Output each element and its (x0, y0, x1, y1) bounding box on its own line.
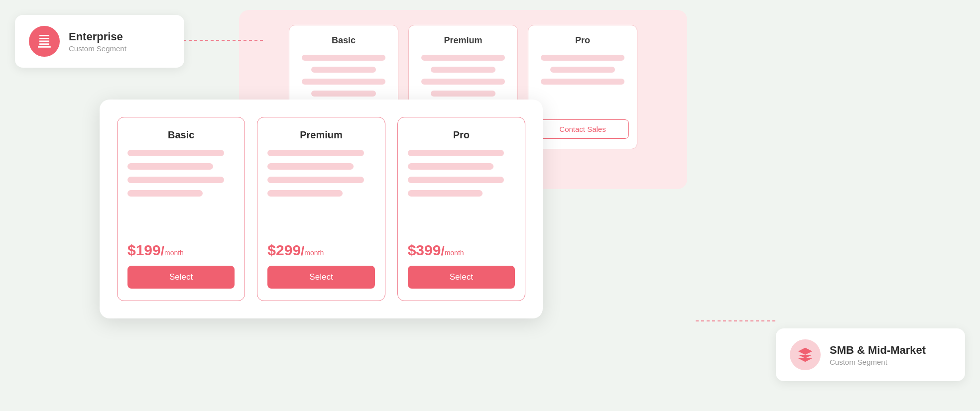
bg-basic-title: Basic (297, 35, 390, 46)
premium-price: $299/month (267, 242, 374, 259)
bg-pro-card: Pro Contact Sales (528, 25, 637, 149)
pro-line2 (408, 163, 493, 170)
basic-select-button[interactable]: Select (127, 266, 235, 289)
bg-basic-line2 (311, 67, 376, 73)
basic-plan-card: Basic $199/month Select (117, 117, 245, 301)
premium-line1 (267, 150, 364, 156)
enterprise-text: Enterprise Custom Segment (69, 30, 126, 53)
basic-slash: / (161, 243, 164, 258)
bg-pro-title: Pro (536, 35, 629, 46)
basic-price-section: $199/month (127, 239, 235, 259)
basic-line2 (127, 163, 213, 170)
premium-plan-card: Premium $299/month Select (257, 117, 385, 301)
bg-premium-line4 (431, 91, 495, 97)
basic-line3 (127, 177, 224, 183)
basic-price-num: $199 (127, 242, 161, 258)
smb-title: SMB & Mid-Market (830, 344, 926, 357)
premium-plan-title: Premium (267, 129, 374, 141)
bg-premium-line2 (431, 67, 495, 73)
premium-period: month (304, 249, 324, 257)
bg-pro-line3 (541, 79, 624, 85)
bg-premium-line1 (421, 55, 504, 61)
pro-plan-card: Pro $399/month Select (397, 117, 525, 301)
pro-price-section: $399/month (408, 239, 515, 259)
premium-line3 (267, 177, 364, 183)
premium-line4 (267, 190, 343, 197)
smb-icon (790, 339, 821, 370)
basic-plan-title: Basic (127, 129, 235, 141)
enterprise-title: Enterprise (69, 30, 126, 43)
basic-period: month (164, 249, 184, 257)
smb-text: SMB & Mid-Market Custom Segment (830, 344, 926, 366)
premium-price-section: $299/month (267, 239, 374, 259)
basic-price: $199/month (127, 242, 235, 259)
pro-plan-title: Pro (408, 129, 515, 141)
smb-subtitle: Custom Segment (830, 358, 926, 366)
building-icon (36, 33, 53, 50)
smb-card: SMB & Mid-Market Custom Segment (776, 328, 965, 381)
bg-premium-line3 (421, 79, 504, 85)
pro-line1 (408, 150, 504, 156)
pro-line3 (408, 177, 504, 183)
enterprise-icon (29, 26, 60, 57)
contact-sales-button[interactable]: Contact Sales (536, 119, 629, 139)
bg-basic-line4 (311, 91, 376, 97)
bg-premium-title: Premium (417, 35, 509, 46)
bg-basic-line3 (302, 79, 385, 85)
bg-pro-line1 (541, 55, 624, 61)
premium-line2 (267, 163, 353, 170)
smb-building-icon (797, 346, 814, 363)
bg-pro-line2 (550, 67, 615, 73)
basic-line4 (127, 190, 203, 197)
premium-select-button[interactable]: Select (267, 266, 374, 289)
enterprise-subtitle: Custom Segment (69, 44, 126, 53)
premium-price-num: $299 (267, 242, 301, 258)
pro-price: $399/month (408, 242, 515, 259)
connector-smb (696, 318, 778, 324)
pro-slash: / (441, 243, 444, 258)
connector-enterprise (183, 37, 265, 43)
pro-line4 (408, 190, 483, 197)
basic-line1 (127, 150, 224, 156)
pro-select-button[interactable]: Select (408, 266, 515, 289)
enterprise-card: Enterprise Custom Segment (15, 15, 184, 68)
bg-basic-line1 (302, 55, 385, 61)
pro-period: month (445, 249, 464, 257)
pro-price-num: $399 (408, 242, 441, 258)
main-panel: Basic $199/month Select Premium $299/mon… (100, 100, 543, 318)
